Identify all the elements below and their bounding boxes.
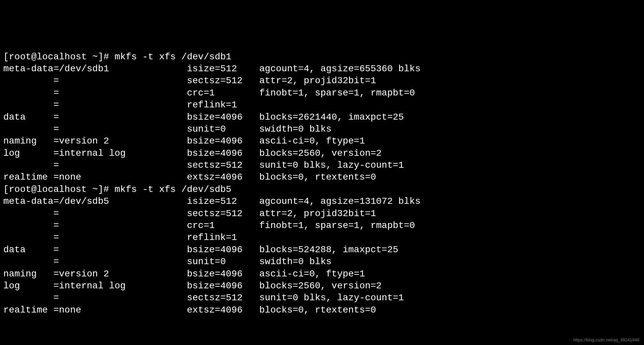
output-line: naming =version 2 bsize=4096 ascii-ci=0,… [3, 136, 365, 146]
output-line: = sectsz=512 attr=2, projid32bit=1 [3, 76, 376, 86]
output-line: = sectsz=512 sunit=0 blks, lazy-count=1 [3, 160, 404, 170]
output-line: = sunit=0 swidth=0 blks [3, 257, 331, 267]
output-line: = crc=1 finobt=1, sparse=1, rmapbt=0 [3, 220, 415, 231]
output-line: log =internal log bsize=4096 blocks=2560… [3, 281, 382, 291]
output-line: log =internal log bsize=4096 blocks=2560… [3, 148, 382, 158]
output-line: realtime =none extsz=4096 blocks=0, rtex… [3, 305, 376, 315]
output-line: meta-data=/dev/sdb1 isize=512 agcount=4,… [3, 64, 421, 74]
output-line: = crc=1 finobt=1, sparse=1, rmapbt=0 [3, 88, 415, 98]
output-line: = sectsz=512 sunit=0 blks, lazy-count=1 [3, 293, 404, 303]
output-line: = sectsz=512 attr=2, projid32bit=1 [3, 208, 376, 219]
output-line: data = bsize=4096 blocks=524288, imaxpct… [3, 245, 398, 255]
output-line: meta-data=/dev/sdb5 isize=512 agcount=4,… [3, 196, 421, 206]
prompt-line[interactable]: [root@localhost ~]# mkfs -t xfs /dev/sdb… [3, 52, 231, 62]
prompt-line[interactable]: [root@localhost ~]# mkfs -t xfs /dev/sdb… [3, 184, 231, 195]
output-line: naming =version 2 bsize=4096 ascii-ci=0,… [3, 269, 365, 279]
output-line: = reflink=1 [3, 232, 237, 243]
output-line: = reflink=1 [3, 100, 237, 110]
output-line: realtime =none extsz=4096 blocks=0, rtex… [3, 172, 376, 182]
terminal-output: [root@localhost ~]# mkfs -t xfs /dev/sdb… [3, 51, 641, 316]
output-line: = sunit=0 swidth=0 blks [3, 124, 331, 134]
watermark-text: https://blog.csdn.net/qq_39241948 [573, 337, 640, 343]
output-line: data = bsize=4096 blocks=2621440, imaxpc… [3, 112, 404, 122]
